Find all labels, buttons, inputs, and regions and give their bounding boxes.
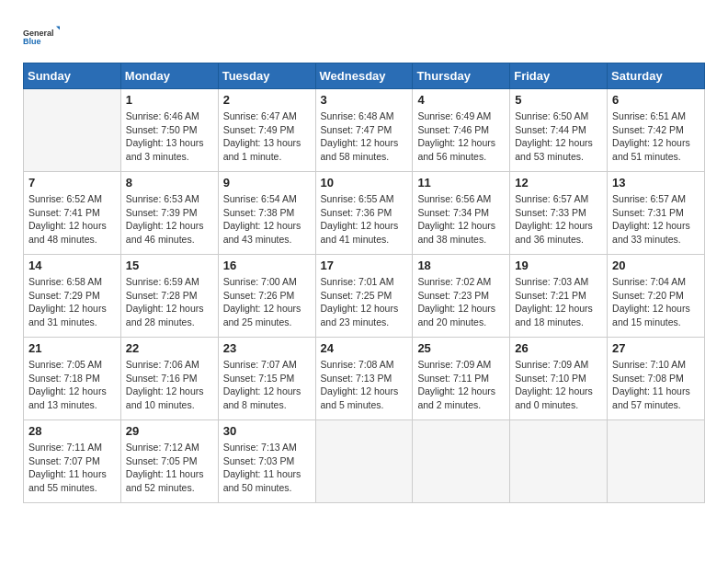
day-number: 26: [515, 341, 602, 355]
day-number: 25: [417, 341, 505, 355]
day-info: Sunrise: 7:09 AMSunset: 7:10 PMDaylight:…: [515, 358, 602, 412]
day-info: Sunrise: 7:04 AMSunset: 7:20 PMDaylight:…: [612, 275, 700, 329]
day-number: 21: [28, 341, 116, 355]
day-number: 20: [612, 259, 700, 272]
calendar-day-cell: 1Sunrise: 6:46 AMSunset: 7:50 PMDaylight…: [120, 89, 218, 172]
day-info: Sunrise: 6:59 AMSunset: 7:28 PMDaylight:…: [126, 275, 213, 329]
day-info: Sunrise: 7:09 AMSunset: 7:11 PMDaylight:…: [417, 358, 505, 412]
calendar-week-row: 14Sunrise: 6:58 AMSunset: 7:29 PMDayligh…: [24, 255, 705, 338]
day-number: 6: [612, 93, 700, 107]
calendar-day-cell: 25Sunrise: 7:09 AMSunset: 7:11 PMDayligh…: [413, 338, 510, 420]
calendar-day-cell: 17Sunrise: 7:01 AMSunset: 7:25 PMDayligh…: [315, 255, 413, 338]
day-number: 12: [515, 176, 602, 190]
calendar-day-cell: 21Sunrise: 7:05 AMSunset: 7:18 PMDayligh…: [24, 338, 121, 420]
day-info: Sunrise: 7:08 AMSunset: 7:13 PMDaylight:…: [321, 358, 408, 412]
day-info: Sunrise: 7:11 AMSunset: 7:07 PMDaylight:…: [28, 441, 116, 495]
calendar-day-cell: 27Sunrise: 7:10 AMSunset: 7:08 PMDayligh…: [608, 338, 705, 420]
day-info: Sunrise: 6:51 AMSunset: 7:42 PMDaylight:…: [612, 109, 700, 164]
calendar-day-cell: [413, 420, 510, 503]
day-info: Sunrise: 7:05 AMSunset: 7:18 PMDaylight:…: [28, 358, 116, 412]
day-info: Sunrise: 7:10 AMSunset: 7:08 PMDaylight:…: [612, 358, 700, 412]
weekday-header-sunday: Sunday: [24, 63, 121, 89]
day-number: 4: [417, 93, 505, 107]
calendar-day-cell: 20Sunrise: 7:04 AMSunset: 7:20 PMDayligh…: [608, 255, 705, 338]
day-info: Sunrise: 7:01 AMSunset: 7:25 PMDaylight:…: [321, 275, 408, 329]
weekday-header-wednesday: Wednesday: [315, 63, 413, 89]
weekday-header-tuesday: Tuesday: [218, 63, 315, 89]
day-number: 3: [321, 93, 408, 107]
calendar-day-cell: 8Sunrise: 6:53 AMSunset: 7:39 PMDaylight…: [120, 172, 218, 255]
day-info: Sunrise: 6:50 AMSunset: 7:44 PMDaylight:…: [515, 109, 602, 164]
calendar-week-row: 21Sunrise: 7:05 AMSunset: 7:18 PMDayligh…: [24, 338, 705, 420]
calendar-day-cell: 4Sunrise: 6:49 AMSunset: 7:46 PMDaylight…: [413, 89, 510, 172]
svg-text:Blue: Blue: [23, 37, 41, 46]
day-info: Sunrise: 6:48 AMSunset: 7:47 PMDaylight:…: [321, 109, 408, 164]
day-number: 10: [321, 176, 408, 190]
day-info: Sunrise: 6:54 AMSunset: 7:38 PMDaylight:…: [223, 192, 311, 247]
day-info: Sunrise: 6:52 AMSunset: 7:41 PMDaylight:…: [28, 192, 116, 247]
day-number: 15: [126, 259, 213, 272]
svg-marker-2: [56, 27, 60, 30]
day-info: Sunrise: 6:56 AMSunset: 7:34 PMDaylight:…: [417, 192, 505, 247]
day-info: Sunrise: 7:13 AMSunset: 7:03 PMDaylight:…: [223, 441, 311, 495]
weekday-header-row: SundayMondayTuesdayWednesdayThursdayFrid…: [24, 63, 705, 89]
day-info: Sunrise: 6:55 AMSunset: 7:36 PMDaylight:…: [321, 192, 408, 247]
day-number: 30: [223, 424, 311, 438]
calendar-day-cell: 24Sunrise: 7:08 AMSunset: 7:13 PMDayligh…: [315, 338, 413, 420]
calendar-day-cell: 5Sunrise: 6:50 AMSunset: 7:44 PMDaylight…: [510, 89, 608, 172]
day-number: 1: [126, 93, 213, 107]
calendar-day-cell: 26Sunrise: 7:09 AMSunset: 7:10 PMDayligh…: [510, 338, 608, 420]
day-number: 13: [612, 176, 700, 190]
day-info: Sunrise: 7:07 AMSunset: 7:15 PMDaylight:…: [223, 358, 311, 412]
day-info: Sunrise: 6:49 AMSunset: 7:46 PMDaylight:…: [417, 109, 505, 164]
calendar-day-cell: [510, 420, 608, 503]
calendar-day-cell: 23Sunrise: 7:07 AMSunset: 7:15 PMDayligh…: [218, 338, 315, 420]
calendar-day-cell: [24, 89, 121, 172]
day-number: 11: [417, 176, 505, 190]
day-info: Sunrise: 7:03 AMSunset: 7:21 PMDaylight:…: [515, 275, 602, 329]
day-number: 23: [223, 341, 311, 355]
day-number: 18: [417, 259, 505, 272]
calendar-day-cell: 6Sunrise: 6:51 AMSunset: 7:42 PMDaylight…: [608, 89, 705, 172]
calendar-day-cell: [608, 420, 705, 503]
day-info: Sunrise: 7:12 AMSunset: 7:05 PMDaylight:…: [126, 441, 213, 495]
calendar-day-cell: 18Sunrise: 7:02 AMSunset: 7:23 PMDayligh…: [413, 255, 510, 338]
day-info: Sunrise: 6:58 AMSunset: 7:29 PMDaylight:…: [28, 275, 116, 329]
calendar-day-cell: 7Sunrise: 6:52 AMSunset: 7:41 PMDaylight…: [24, 172, 121, 255]
weekday-header-thursday: Thursday: [413, 63, 510, 89]
day-number: 2: [223, 93, 311, 107]
logo-svg: General Blue: [23, 18, 60, 55]
svg-text:General: General: [23, 29, 54, 38]
day-number: 8: [126, 176, 213, 190]
day-number: 22: [126, 341, 213, 355]
calendar-day-cell: [315, 420, 413, 503]
calendar-day-cell: 13Sunrise: 6:57 AMSunset: 7:31 PMDayligh…: [608, 172, 705, 255]
day-number: 28: [28, 424, 116, 438]
day-info: Sunrise: 6:47 AMSunset: 7:49 PMDaylight:…: [223, 109, 311, 164]
calendar-day-cell: 28Sunrise: 7:11 AMSunset: 7:07 PMDayligh…: [24, 420, 121, 503]
day-info: Sunrise: 7:02 AMSunset: 7:23 PMDaylight:…: [417, 275, 505, 329]
day-info: Sunrise: 6:46 AMSunset: 7:50 PMDaylight:…: [126, 109, 213, 164]
day-number: 7: [28, 176, 116, 190]
day-info: Sunrise: 6:57 AMSunset: 7:31 PMDaylight:…: [612, 192, 700, 247]
day-number: 17: [321, 259, 408, 272]
day-info: Sunrise: 7:00 AMSunset: 7:26 PMDaylight:…: [223, 275, 311, 329]
calendar-day-cell: 16Sunrise: 7:00 AMSunset: 7:26 PMDayligh…: [218, 255, 315, 338]
day-number: 24: [321, 341, 408, 355]
weekday-header-friday: Friday: [510, 63, 608, 89]
calendar-week-row: 1Sunrise: 6:46 AMSunset: 7:50 PMDaylight…: [24, 89, 705, 172]
calendar-day-cell: 3Sunrise: 6:48 AMSunset: 7:47 PMDaylight…: [315, 89, 413, 172]
calendar-table: SundayMondayTuesdayWednesdayThursdayFrid…: [23, 63, 705, 503]
day-number: 19: [515, 259, 602, 272]
calendar-day-cell: 30Sunrise: 7:13 AMSunset: 7:03 PMDayligh…: [218, 420, 315, 503]
weekday-header-saturday: Saturday: [608, 63, 705, 89]
day-number: 9: [223, 176, 311, 190]
calendar-day-cell: 9Sunrise: 6:54 AMSunset: 7:38 PMDaylight…: [218, 172, 315, 255]
calendar-day-cell: 10Sunrise: 6:55 AMSunset: 7:36 PMDayligh…: [315, 172, 413, 255]
day-info: Sunrise: 7:06 AMSunset: 7:16 PMDaylight:…: [126, 358, 213, 412]
calendar-week-row: 28Sunrise: 7:11 AMSunset: 7:07 PMDayligh…: [24, 420, 705, 503]
day-number: 16: [223, 259, 311, 272]
calendar-day-cell: 29Sunrise: 7:12 AMSunset: 7:05 PMDayligh…: [120, 420, 218, 503]
day-info: Sunrise: 6:57 AMSunset: 7:33 PMDaylight:…: [515, 192, 602, 247]
calendar-day-cell: 15Sunrise: 6:59 AMSunset: 7:28 PMDayligh…: [120, 255, 218, 338]
